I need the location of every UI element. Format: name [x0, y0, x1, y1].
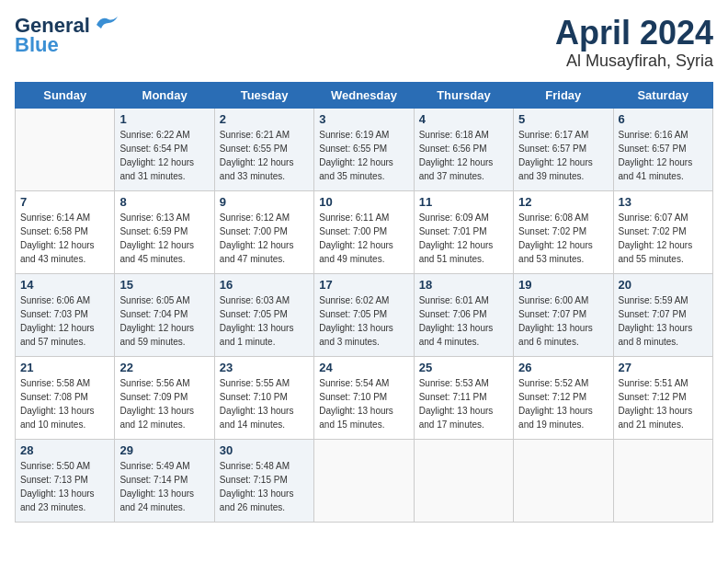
- header-cell-sunday: Sunday: [16, 82, 115, 108]
- day-number: 19: [518, 278, 608, 292]
- day-number: 1: [119, 112, 209, 126]
- day-number: 9: [220, 195, 309, 209]
- day-info: Sunrise: 6:21 AM Sunset: 6:55 PM Dayligh…: [220, 128, 309, 183]
- day-cell: 7Sunrise: 6:14 AM Sunset: 6:58 PM Daylig…: [16, 190, 115, 273]
- header-cell-thursday: Thursday: [414, 82, 513, 108]
- header-cell-monday: Monday: [115, 82, 214, 108]
- calendar-table: SundayMondayTuesdayWednesdayThursdayFrid…: [15, 82, 713, 523]
- day-cell: 24Sunrise: 5:54 AM Sunset: 7:10 PM Dayli…: [314, 356, 414, 439]
- day-number: 20: [619, 278, 708, 292]
- day-info: Sunrise: 6:09 AM Sunset: 7:01 PM Dayligh…: [419, 211, 508, 266]
- calendar-subtitle: Al Musayfirah, Syria: [555, 52, 713, 71]
- logo: General Blue: [15, 15, 119, 57]
- day-number: 22: [119, 361, 209, 374]
- day-info: Sunrise: 5:56 AM Sunset: 7:09 PM Dayligh…: [119, 376, 209, 431]
- day-info: Sunrise: 6:17 AM Sunset: 6:57 PM Dayligh…: [518, 128, 608, 183]
- day-number: 28: [20, 443, 109, 457]
- title-area: April 2024 Al Musayfirah, Syria: [555, 15, 713, 71]
- day-number: 30: [220, 443, 309, 457]
- day-cell: 17Sunrise: 6:02 AM Sunset: 7:05 PM Dayli…: [314, 273, 414, 356]
- header-cell-wednesday: Wednesday: [314, 82, 414, 108]
- day-number: 25: [419, 361, 508, 374]
- day-number: 12: [518, 195, 608, 209]
- day-info: Sunrise: 6:03 AM Sunset: 7:05 PM Dayligh…: [220, 293, 309, 349]
- day-number: 11: [419, 195, 508, 209]
- day-cell: 8Sunrise: 6:13 AM Sunset: 6:59 PM Daylig…: [115, 190, 214, 273]
- day-info: Sunrise: 5:48 AM Sunset: 7:15 PM Dayligh…: [220, 459, 309, 514]
- day-info: Sunrise: 5:49 AM Sunset: 7:14 PM Dayligh…: [119, 459, 209, 514]
- day-cell: 1Sunrise: 6:22 AM Sunset: 6:54 PM Daylig…: [115, 108, 214, 190]
- day-cell: 21Sunrise: 5:58 AM Sunset: 7:08 PM Dayli…: [16, 356, 115, 439]
- day-cell: 12Sunrise: 6:08 AM Sunset: 7:02 PM Dayli…: [514, 190, 613, 273]
- day-number: 6: [619, 112, 708, 126]
- day-cell: 15Sunrise: 6:05 AM Sunset: 7:04 PM Dayli…: [115, 273, 214, 356]
- day-number: 5: [518, 112, 608, 126]
- week-row-1: 1Sunrise: 6:22 AM Sunset: 6:54 PM Daylig…: [16, 108, 713, 190]
- day-number: 7: [20, 195, 109, 209]
- day-number: 17: [319, 278, 408, 292]
- week-row-5: 28Sunrise: 5:50 AM Sunset: 7:13 PM Dayli…: [16, 439, 713, 522]
- day-info: Sunrise: 6:07 AM Sunset: 7:02 PM Dayligh…: [619, 211, 708, 266]
- day-info: Sunrise: 6:06 AM Sunset: 7:03 PM Dayligh…: [20, 293, 109, 349]
- day-cell: [613, 439, 712, 522]
- day-info: Sunrise: 6:22 AM Sunset: 6:54 PM Dayligh…: [119, 128, 209, 183]
- day-info: Sunrise: 5:58 AM Sunset: 7:08 PM Dayligh…: [20, 376, 109, 431]
- day-info: Sunrise: 5:50 AM Sunset: 7:13 PM Dayligh…: [20, 459, 109, 514]
- header-row: SundayMondayTuesdayWednesdayThursdayFrid…: [16, 82, 713, 108]
- day-info: Sunrise: 5:54 AM Sunset: 7:10 PM Dayligh…: [319, 376, 408, 431]
- day-cell: 20Sunrise: 5:59 AM Sunset: 7:07 PM Dayli…: [613, 273, 712, 356]
- header-cell-friday: Friday: [514, 82, 613, 108]
- day-info: Sunrise: 6:05 AM Sunset: 7:04 PM Dayligh…: [119, 293, 209, 349]
- day-cell: 14Sunrise: 6:06 AM Sunset: 7:03 PM Dayli…: [16, 273, 115, 356]
- day-info: Sunrise: 5:52 AM Sunset: 7:12 PM Dayligh…: [518, 376, 608, 431]
- day-info: Sunrise: 6:11 AM Sunset: 7:00 PM Dayligh…: [319, 211, 408, 266]
- day-number: 13: [619, 195, 708, 209]
- day-cell: [314, 439, 414, 522]
- day-info: Sunrise: 5:55 AM Sunset: 7:10 PM Dayligh…: [220, 376, 309, 431]
- day-cell: 26Sunrise: 5:52 AM Sunset: 7:12 PM Dayli…: [514, 356, 613, 439]
- week-row-2: 7Sunrise: 6:14 AM Sunset: 6:58 PM Daylig…: [16, 190, 713, 273]
- day-info: Sunrise: 6:01 AM Sunset: 7:06 PM Dayligh…: [419, 293, 508, 349]
- day-info: Sunrise: 6:14 AM Sunset: 6:58 PM Dayligh…: [20, 211, 109, 266]
- day-cell: 18Sunrise: 6:01 AM Sunset: 7:06 PM Dayli…: [414, 273, 513, 356]
- day-info: Sunrise: 6:02 AM Sunset: 7:05 PM Dayligh…: [319, 293, 408, 349]
- week-row-3: 14Sunrise: 6:06 AM Sunset: 7:03 PM Dayli…: [16, 273, 713, 356]
- day-number: 27: [619, 361, 708, 374]
- day-cell: 6Sunrise: 6:16 AM Sunset: 6:57 PM Daylig…: [613, 108, 712, 190]
- day-cell: 19Sunrise: 6:00 AM Sunset: 7:07 PM Dayli…: [514, 273, 613, 356]
- day-info: Sunrise: 6:16 AM Sunset: 6:57 PM Dayligh…: [619, 128, 708, 183]
- day-cell: [414, 439, 513, 522]
- day-number: 24: [319, 361, 408, 374]
- day-cell: 30Sunrise: 5:48 AM Sunset: 7:15 PM Dayli…: [214, 439, 313, 522]
- day-cell: 27Sunrise: 5:51 AM Sunset: 7:12 PM Dayli…: [613, 356, 712, 439]
- header: General Blue April 2024 Al Musayfirah, S…: [15, 15, 713, 71]
- day-number: 3: [319, 112, 408, 126]
- header-cell-tuesday: Tuesday: [214, 82, 313, 108]
- day-cell: 22Sunrise: 5:56 AM Sunset: 7:09 PM Dayli…: [115, 356, 214, 439]
- day-cell: 28Sunrise: 5:50 AM Sunset: 7:13 PM Dayli…: [16, 439, 115, 522]
- day-cell: 3Sunrise: 6:19 AM Sunset: 6:55 PM Daylig…: [314, 108, 414, 190]
- day-number: 15: [119, 278, 209, 292]
- day-info: Sunrise: 6:12 AM Sunset: 7:00 PM Dayligh…: [220, 211, 309, 266]
- day-cell: [514, 439, 613, 522]
- day-number: 29: [119, 443, 209, 457]
- day-info: Sunrise: 6:00 AM Sunset: 7:07 PM Dayligh…: [518, 293, 608, 349]
- day-number: 10: [319, 195, 408, 209]
- day-info: Sunrise: 6:13 AM Sunset: 6:59 PM Dayligh…: [119, 211, 209, 266]
- day-cell: 29Sunrise: 5:49 AM Sunset: 7:14 PM Dayli…: [115, 439, 214, 522]
- day-cell: 23Sunrise: 5:55 AM Sunset: 7:10 PM Dayli…: [214, 356, 313, 439]
- day-cell: 5Sunrise: 6:17 AM Sunset: 6:57 PM Daylig…: [514, 108, 613, 190]
- day-cell: 13Sunrise: 6:07 AM Sunset: 7:02 PM Dayli…: [613, 190, 712, 273]
- logo-bird-icon: [92, 12, 119, 32]
- day-number: 2: [220, 112, 309, 126]
- calendar-title: April 2024: [555, 15, 713, 52]
- header-cell-saturday: Saturday: [613, 82, 712, 108]
- day-number: 18: [419, 278, 508, 292]
- day-cell: [16, 108, 115, 190]
- day-info: Sunrise: 5:53 AM Sunset: 7:11 PM Dayligh…: [419, 376, 508, 431]
- day-number: 14: [20, 278, 109, 292]
- day-cell: 10Sunrise: 6:11 AM Sunset: 7:00 PM Dayli…: [314, 190, 414, 273]
- day-cell: 9Sunrise: 6:12 AM Sunset: 7:00 PM Daylig…: [214, 190, 313, 273]
- day-info: Sunrise: 5:51 AM Sunset: 7:12 PM Dayligh…: [619, 376, 708, 431]
- day-info: Sunrise: 6:19 AM Sunset: 6:55 PM Dayligh…: [319, 128, 408, 183]
